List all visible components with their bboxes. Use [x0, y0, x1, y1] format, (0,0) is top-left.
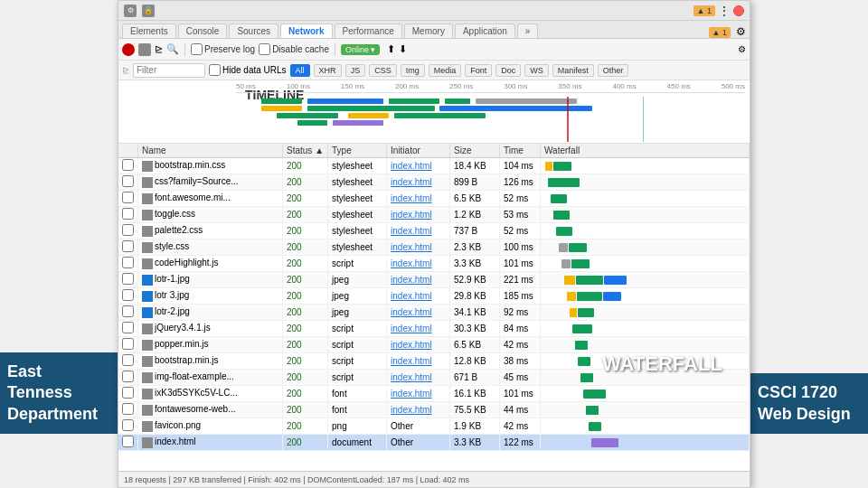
table-row[interactable]: popper.min.js200scriptindex.html6.5 KB42…: [118, 337, 750, 353]
gear-icon[interactable]: ⚙: [738, 44, 746, 54]
row-initiator[interactable]: index.html: [387, 386, 450, 402]
table-row[interactable]: favicon.png200pngOther1.9 KB42 ms: [118, 418, 750, 435]
online-badge[interactable]: Online ▾: [341, 44, 381, 55]
row-initiator[interactable]: index.html: [387, 223, 450, 239]
row-checkbox[interactable]: [122, 387, 134, 399]
settings-icon[interactable]: ⚙: [736, 25, 746, 38]
table-row[interactable]: index.html200documentOther3.3 KB122 ms: [118, 435, 750, 451]
col-status[interactable]: Status ▲: [283, 144, 328, 158]
row-initiator[interactable]: index.html: [387, 337, 450, 353]
filter-media-button[interactable]: Media: [429, 64, 462, 77]
row-size: 18.4 KB: [450, 158, 500, 174]
table-row[interactable]: ixK3d5SYKc5V-LC...200fontindex.html16.1 …: [118, 386, 750, 402]
col-time[interactable]: Time: [500, 144, 541, 158]
row-initiator[interactable]: index.html: [387, 402, 450, 418]
table-row[interactable]: lotr 3.jpg200jpegindex.html29.8 KB185 ms: [118, 288, 750, 305]
disable-cache-input[interactable]: [259, 43, 270, 55]
row-time: 42 ms: [500, 337, 541, 353]
more-options-icon[interactable]: ⋮: [719, 5, 730, 17]
row-initiator[interactable]: index.html: [387, 272, 450, 288]
row-initiator[interactable]: index.html: [387, 239, 450, 256]
tab-more[interactable]: »: [517, 23, 539, 38]
preserve-log-checkbox[interactable]: Preserve log: [191, 43, 255, 55]
table-row[interactable]: jQuery3.4.1.js200scriptindex.html30.3 KB…: [118, 321, 750, 337]
col-waterfall[interactable]: Waterfall: [541, 144, 750, 158]
row-checkbox[interactable]: [122, 240, 134, 252]
disable-cache-checkbox[interactable]: Disable cache: [259, 43, 329, 55]
clear-button[interactable]: [138, 43, 151, 56]
row-initiator[interactable]: index.html: [387, 305, 450, 321]
row-checkbox[interactable]: [122, 289, 134, 301]
row-checkbox[interactable]: [122, 436, 134, 447]
tab-memory[interactable]: Memory: [404, 23, 453, 38]
table-row[interactable]: lotr-2.jpg200jpegindex.html34.1 KB92 ms: [118, 305, 750, 321]
table-row[interactable]: toggle.css200stylesheetindex.html1.2 KB5…: [118, 207, 750, 223]
row-checkbox[interactable]: [122, 354, 134, 366]
row-initiator[interactable]: index.html: [387, 158, 450, 174]
tab-network[interactable]: Network: [280, 23, 332, 38]
row-checkbox[interactable]: [122, 159, 134, 171]
row-checkbox[interactable]: [122, 338, 134, 350]
col-type[interactable]: Type: [328, 144, 387, 158]
row-initiator[interactable]: Other: [387, 418, 450, 435]
filter-icon-2: ⊵: [122, 65, 129, 75]
table-row[interactable]: lotr-1.jpg200jpegindex.html52.9 KB221 ms: [118, 272, 750, 288]
row-initiator[interactable]: index.html: [387, 207, 450, 223]
filter-input[interactable]: [133, 63, 205, 78]
row-checkbox[interactable]: [122, 419, 134, 431]
row-checkbox[interactable]: [122, 371, 134, 382]
download-icon[interactable]: ⬇: [399, 43, 407, 55]
row-checkbox[interactable]: [122, 224, 134, 236]
row-checkbox[interactable]: [122, 257, 134, 268]
row-checkbox[interactable]: [122, 273, 134, 285]
filter-xhr-button[interactable]: XHR: [314, 64, 342, 77]
filter-css-button[interactable]: CSS: [369, 64, 397, 77]
preserve-log-input[interactable]: [191, 43, 203, 55]
search-icon[interactable]: 🔍: [166, 43, 179, 55]
filter-img-button[interactable]: Img: [401, 64, 425, 77]
filter-other-button[interactable]: Other: [598, 64, 629, 77]
col-name[interactable]: Name: [138, 144, 283, 158]
row-initiator[interactable]: Other: [387, 435, 450, 451]
filter-js-button[interactable]: JS: [345, 64, 366, 77]
row-checkbox[interactable]: [122, 192, 134, 203]
row-initiator[interactable]: index.html: [387, 256, 450, 272]
row-checkbox[interactable]: [122, 403, 134, 415]
upload-icon[interactable]: ⬆: [387, 43, 395, 55]
row-checkbox[interactable]: [122, 322, 134, 333]
tab-performance[interactable]: Performance: [335, 23, 402, 38]
row-checkbox[interactable]: [122, 175, 134, 187]
row-checkbox[interactable]: [122, 305, 134, 317]
row-initiator[interactable]: index.html: [387, 288, 450, 305]
close-button[interactable]: [733, 5, 744, 16]
image-icon: [142, 307, 153, 318]
table-row[interactable]: palette2.css200stylesheetindex.html737 B…: [118, 223, 750, 239]
table-row[interactable]: bootstrap.min.css200stylesheetindex.html…: [118, 158, 750, 174]
file-icon: [142, 356, 153, 367]
row-initiator[interactable]: index.html: [387, 191, 450, 207]
table-row[interactable]: css?family=Source...200stylesheetindex.h…: [118, 174, 750, 191]
row-initiator[interactable]: index.html: [387, 353, 450, 370]
tab-console[interactable]: Console: [178, 23, 228, 38]
tab-application[interactable]: Application: [455, 23, 515, 38]
row-checkbox[interactable]: [122, 208, 134, 220]
row-initiator[interactable]: index.html: [387, 370, 450, 386]
table-row[interactable]: fontawesome-web...200fontindex.html75.5 …: [118, 402, 750, 418]
table-row[interactable]: font.awesome.mi...200stylesheetindex.htm…: [118, 191, 750, 207]
tab-sources[interactable]: Sources: [229, 23, 278, 38]
filter-icon[interactable]: ⊵: [155, 43, 163, 55]
row-initiator[interactable]: index.html: [387, 321, 450, 337]
filter-font-button[interactable]: Font: [465, 64, 492, 77]
filter-doc-button[interactable]: Doc: [495, 64, 521, 77]
filter-all-button[interactable]: All: [290, 64, 310, 77]
row-initiator[interactable]: index.html: [387, 174, 450, 191]
table-row[interactable]: style.css200stylesheetindex.html2.3 KB10…: [118, 239, 750, 256]
col-initiator[interactable]: Initiator: [387, 144, 450, 158]
record-button[interactable]: [122, 43, 135, 56]
tab-elements[interactable]: Elements: [122, 23, 176, 38]
col-size[interactable]: Size: [450, 144, 500, 158]
table-row[interactable]: codeHighlight.js200scriptindex.html3.3 K…: [118, 256, 750, 272]
hide-data-urls-checkbox[interactable]: [209, 64, 221, 76]
filter-ws-button[interactable]: WS: [524, 64, 549, 77]
filter-manifest-button[interactable]: Manifest: [552, 64, 594, 77]
